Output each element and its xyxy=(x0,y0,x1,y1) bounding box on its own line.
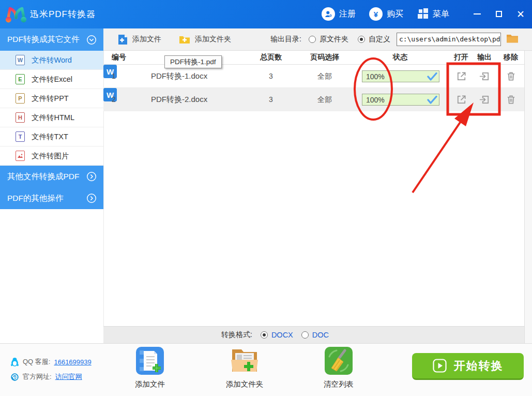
excel-file-icon: E xyxy=(16,74,25,84)
yen-icon: ¥ xyxy=(369,7,383,21)
website-label: 官方网址: xyxy=(23,372,52,382)
open-output-button[interactable] xyxy=(479,94,491,107)
register-label: 注册 xyxy=(339,9,356,20)
col-no: 编号 xyxy=(112,53,130,62)
progress-bar: 100% xyxy=(362,94,439,106)
sidebar-section-pdf-other-ops[interactable]: PDF的其他操作 xyxy=(0,187,103,209)
app-title: 迅米PDF转换器 xyxy=(30,8,96,20)
col-range: 页码选择 xyxy=(308,53,341,62)
output-arrow-icon xyxy=(479,94,491,106)
col-open: 打开 xyxy=(451,53,472,62)
sidebar-item-image[interactable]: 文件转图片 xyxy=(0,146,103,166)
start-convert-button[interactable]: 开始转换 xyxy=(412,353,524,380)
vertical-scrollbar[interactable] xyxy=(524,51,532,343)
sidebar-item-label: 文件转图片 xyxy=(32,151,69,161)
qq-label: QQ 客服: xyxy=(23,357,50,366)
radio-custom[interactable]: 自定义 xyxy=(358,35,390,44)
format-bar: 转换格式: DOCX DOC xyxy=(103,326,524,343)
file-toolbar: 添加文件 添加文件夹 输出目录: 原文件夹 自定义 c:\users\admin… xyxy=(103,28,532,51)
radio-icon[interactable] xyxy=(309,36,316,43)
chevron-right-circle-icon xyxy=(86,193,97,203)
html-file-icon: H xyxy=(16,112,25,123)
section-label: PDF转换成其它文件 xyxy=(7,34,80,45)
title-bar: 迅米PDF转换器 注册 ¥ 购买 xyxy=(0,0,532,28)
remove-row-button[interactable] xyxy=(505,70,517,84)
browse-folder-button[interactable] xyxy=(506,34,519,46)
open-output-button[interactable] xyxy=(479,70,491,84)
minimize-button[interactable] xyxy=(469,6,485,22)
row-number: 2 xyxy=(112,95,122,104)
open-file-button[interactable] xyxy=(455,94,467,107)
sidebar-item-word[interactable]: W 文件转Word xyxy=(0,51,103,70)
radio-icon-selected[interactable] xyxy=(358,36,365,43)
page-count: 3 xyxy=(259,72,283,80)
file-name: PDF转换-2.docx xyxy=(151,95,207,105)
footer-bar: QQ 客服: 1661699939 官方网址: 访问官网 xyxy=(0,343,532,396)
output-dir-label: 输出目录: xyxy=(270,35,301,44)
sidebar-item-html[interactable]: H 文件转HTML xyxy=(0,108,103,127)
website-link[interactable]: 访问官网 xyxy=(55,372,82,382)
radio-original-label: 原文件夹 xyxy=(320,35,348,44)
format-option-docx[interactable]: DOCX xyxy=(261,331,293,339)
radio-icon[interactable] xyxy=(301,331,309,339)
progress-bar: 100% xyxy=(362,70,439,82)
add-folder-button[interactable]: 添加文件夹 xyxy=(179,35,231,44)
add-file-label: 添加文件 xyxy=(132,35,161,44)
format-option-doc[interactable]: DOC xyxy=(301,331,329,339)
close-button[interactable]: ✕ xyxy=(513,6,528,22)
check-icon xyxy=(427,96,437,105)
section-label: 其他文件转换成PDF xyxy=(7,171,80,182)
buy-button[interactable]: ¥ 购买 xyxy=(369,7,403,21)
sidebar-empty-area xyxy=(0,209,103,343)
sidebar: PDF转换成其它文件 W 文件转Word E 文件转Excel P 文件转PPT… xyxy=(0,28,103,343)
radio-icon-selected[interactable] xyxy=(261,331,268,339)
table-row: 2 W PDF转换-2.docx 3 全部 100% xyxy=(103,88,524,111)
footer-add-folder-button[interactable]: 添加文件夹 xyxy=(214,346,276,389)
format-label: 转换格式: xyxy=(221,330,252,340)
buy-label: 购买 xyxy=(387,9,403,20)
app-logo-icon xyxy=(5,4,27,25)
chevron-right-circle-icon xyxy=(86,171,97,182)
sidebar-item-excel[interactable]: E 文件转Excel xyxy=(0,70,103,89)
qq-number-link[interactable]: 1661699939 xyxy=(54,358,91,366)
website-row: 官方网址: 访问官网 xyxy=(10,372,92,382)
footer-clear-list-button[interactable]: 清空列表 xyxy=(308,346,370,389)
menu-grid-icon xyxy=(417,7,429,21)
sidebar-item-label: 文件转TXT xyxy=(32,132,68,142)
output-path-input[interactable]: c:\users\admin\desktop\pdf转换 xyxy=(397,33,501,46)
output-arrow-icon xyxy=(479,70,491,82)
format-docx-label: DOCX xyxy=(271,331,293,339)
trash-icon xyxy=(505,70,517,82)
open-file-button[interactable] xyxy=(455,70,467,84)
sidebar-item-ppt[interactable]: P 文件转PPT xyxy=(0,89,103,108)
footer-add-folder-label: 添加文件夹 xyxy=(214,379,276,389)
sidebar-item-label: 文件转PPT xyxy=(32,94,69,104)
footer-add-file-button[interactable]: 添加文件 xyxy=(119,346,181,389)
sidebar-item-txt[interactable]: T 文件转TXT xyxy=(0,127,103,146)
main-panel: 添加文件 添加文件夹 输出目录: 原文件夹 自定义 c:\users\admin… xyxy=(103,28,532,343)
trash-icon xyxy=(505,94,517,106)
col-pages: 总页数 xyxy=(259,53,283,62)
register-button[interactable]: 注册 xyxy=(322,7,356,21)
check-icon xyxy=(427,72,437,81)
progress-value: 100% xyxy=(366,72,385,81)
radio-original-folder[interactable]: 原文件夹 xyxy=(309,35,348,44)
maximize-button[interactable] xyxy=(491,6,507,22)
add-file-button[interactable]: 添加文件 xyxy=(118,34,161,45)
file-name: PDF转换-1.docx xyxy=(151,71,207,81)
sidebar-section-other-to-pdf[interactable]: 其他文件转换成PDF xyxy=(0,166,103,187)
menu-button[interactable]: 菜单 xyxy=(417,7,449,21)
qq-icon xyxy=(10,357,19,366)
section-label: PDF的其他操作 xyxy=(7,193,64,204)
txt-file-icon: T xyxy=(16,131,25,142)
maximize-icon xyxy=(496,11,502,17)
close-icon: ✕ xyxy=(516,9,525,19)
app-window: 迅米PDF转换器 注册 ¥ 购买 xyxy=(0,0,532,396)
ppt-file-icon: P xyxy=(16,93,25,104)
add-folder-icon xyxy=(179,35,190,44)
add-file-tile-icon xyxy=(135,346,164,375)
folder-icon xyxy=(506,34,519,43)
format-doc-label: DOC xyxy=(312,331,329,339)
remove-row-button[interactable] xyxy=(505,94,517,107)
sidebar-section-pdf-to-other[interactable]: PDF转换成其它文件 xyxy=(0,28,103,51)
